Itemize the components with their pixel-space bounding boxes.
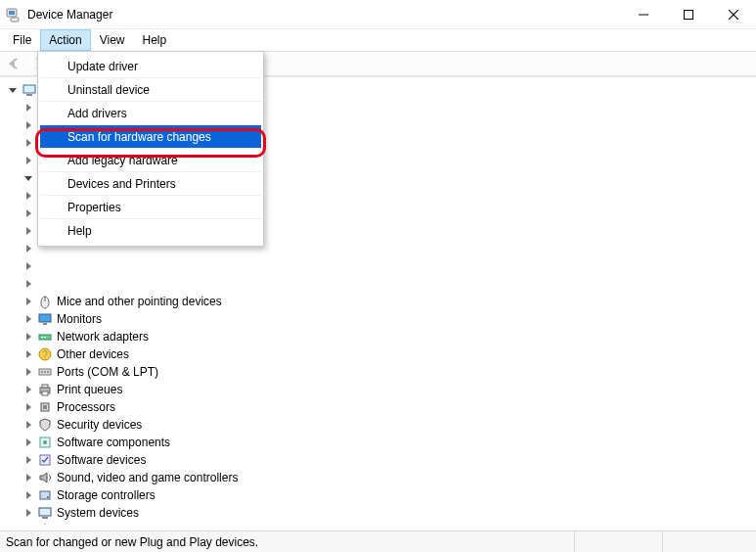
menu-update-driver[interactable]: Update driver xyxy=(40,55,261,78)
expand-arrow-icon[interactable] xyxy=(22,154,35,167)
system-icon xyxy=(37,505,53,521)
expand-arrow-icon[interactable] xyxy=(22,471,35,484)
expand-arrow-icon[interactable] xyxy=(22,488,35,502)
status-segment xyxy=(574,531,662,552)
tree-item[interactable]: Software components xyxy=(4,434,756,451)
tree-item-label: Other devices xyxy=(57,347,129,361)
tree-item-label: Sound, video and game controllers xyxy=(57,471,238,484)
menu-scan-hardware-changes[interactable]: Scan for hardware changes xyxy=(40,125,261,149)
network-icon xyxy=(37,329,53,345)
swdev-icon xyxy=(37,452,53,468)
tree-item-label: Mice and other pointing devices xyxy=(57,295,222,308)
svg-point-20 xyxy=(44,371,46,373)
expand-arrow-icon[interactable] xyxy=(22,259,35,273)
sound-icon xyxy=(37,470,53,485)
close-button[interactable] xyxy=(711,0,756,29)
tree-item[interactable]: Print queues xyxy=(4,381,756,398)
svg-rect-33 xyxy=(42,517,48,519)
expand-arrow-icon[interactable] xyxy=(6,83,20,97)
tree-item[interactable]: Software devices xyxy=(4,451,756,469)
expand-arrow-icon[interactable] xyxy=(22,118,35,132)
tree-item[interactable]: Ports (COM & LPT) xyxy=(4,363,756,381)
expand-arrow-icon[interactable] xyxy=(22,418,35,432)
expand-arrow-icon[interactable] xyxy=(22,347,35,361)
status-bar: Scan for changed or new Plug and Play de… xyxy=(0,530,756,552)
title-bar: Device Manager xyxy=(0,0,756,29)
svg-rect-15 xyxy=(44,337,46,338)
computer-icon xyxy=(22,82,37,98)
tree-item[interactable]: Security devices xyxy=(4,416,756,434)
tree-item[interactable]: ?Other devices xyxy=(4,345,756,363)
menu-uninstall-device[interactable]: Uninstall device xyxy=(40,78,261,102)
cpu-icon xyxy=(37,399,53,415)
expand-arrow-icon[interactable] xyxy=(22,207,35,220)
tree-item-hidden[interactable] xyxy=(4,275,756,293)
tree-item-label: Storage controllers xyxy=(57,488,156,502)
storage-icon xyxy=(37,487,53,503)
menu-add-legacy-hardware[interactable]: Add legacy hardware xyxy=(40,149,261,172)
menu-properties[interactable]: Properties xyxy=(40,196,261,219)
toolbar-back-button[interactable] xyxy=(4,53,25,74)
svg-point-34 xyxy=(44,525,47,526)
menu-add-drivers[interactable]: Add drivers xyxy=(40,102,261,125)
expand-arrow-icon[interactable] xyxy=(22,295,35,308)
tree-item[interactable]: Mice and other pointing devices xyxy=(4,293,756,310)
tree-item-label: Ports (COM & LPT) xyxy=(57,365,158,379)
svg-rect-4 xyxy=(685,10,693,19)
svg-rect-26 xyxy=(43,405,47,409)
expand-arrow-icon[interactable] xyxy=(22,312,35,326)
tree-item-label: Software devices xyxy=(57,453,146,467)
expand-arrow-icon[interactable] xyxy=(22,171,35,185)
expand-arrow-icon[interactable] xyxy=(22,242,35,255)
svg-rect-2 xyxy=(11,18,19,22)
svg-point-31 xyxy=(47,496,49,498)
tree-item[interactable]: Sound, video and game controllers xyxy=(4,469,756,486)
menu-file[interactable]: File xyxy=(4,29,40,51)
menu-view[interactable]: View xyxy=(91,29,134,51)
expand-arrow-icon[interactable] xyxy=(22,524,35,525)
tree-item-label: Monitors xyxy=(57,312,102,326)
svg-text:?: ? xyxy=(42,349,48,360)
menu-action[interactable]: Action xyxy=(40,29,90,51)
svg-rect-14 xyxy=(41,337,43,338)
expand-arrow-icon[interactable] xyxy=(22,453,35,467)
maximize-button[interactable] xyxy=(666,0,711,29)
tree-item-label: Network adapters xyxy=(57,330,149,344)
svg-point-21 xyxy=(47,371,49,373)
tree-item[interactable]: Universal Serial Bus controllers xyxy=(4,522,756,525)
tree-item[interactable]: Network adapters xyxy=(4,328,756,345)
tree-item-label: Security devices xyxy=(57,418,142,432)
menu-bar: File Action View Help xyxy=(0,29,756,51)
expand-arrow-icon[interactable] xyxy=(22,224,35,238)
menu-help[interactable]: Help xyxy=(40,219,261,243)
expand-arrow-icon[interactable] xyxy=(22,400,35,414)
device-icon xyxy=(37,276,53,292)
tree-item[interactable]: Monitors xyxy=(4,310,756,328)
svg-rect-1 xyxy=(9,11,15,15)
usb-icon xyxy=(37,523,53,525)
menu-help[interactable]: Help xyxy=(134,29,176,51)
monitor-icon xyxy=(37,311,53,327)
tree-item-label: System devices xyxy=(57,506,139,520)
expand-arrow-icon[interactable] xyxy=(22,383,35,396)
svg-point-28 xyxy=(43,440,47,444)
menu-devices-and-printers[interactable]: Devices and Printers xyxy=(40,172,261,196)
expand-arrow-icon[interactable] xyxy=(22,101,35,115)
port-icon xyxy=(37,364,53,380)
expand-arrow-icon[interactable] xyxy=(22,436,35,449)
expand-arrow-icon[interactable] xyxy=(22,277,35,291)
svg-rect-8 xyxy=(26,94,32,96)
expand-arrow-icon[interactable] xyxy=(22,365,35,379)
expand-arrow-icon[interactable] xyxy=(22,136,35,150)
security-icon xyxy=(37,417,53,433)
tree-item[interactable]: Storage controllers xyxy=(4,486,756,504)
svg-rect-32 xyxy=(39,508,51,516)
expand-arrow-icon[interactable] xyxy=(22,189,35,203)
expand-arrow-icon[interactable] xyxy=(22,330,35,344)
tree-item[interactable]: System devices xyxy=(4,504,756,522)
expand-arrow-icon[interactable] xyxy=(22,506,35,520)
tree-item[interactable]: Processors xyxy=(4,398,756,416)
window-title: Device Manager xyxy=(27,8,621,22)
tree-item-hidden[interactable] xyxy=(4,257,756,275)
minimize-button[interactable] xyxy=(621,0,666,29)
